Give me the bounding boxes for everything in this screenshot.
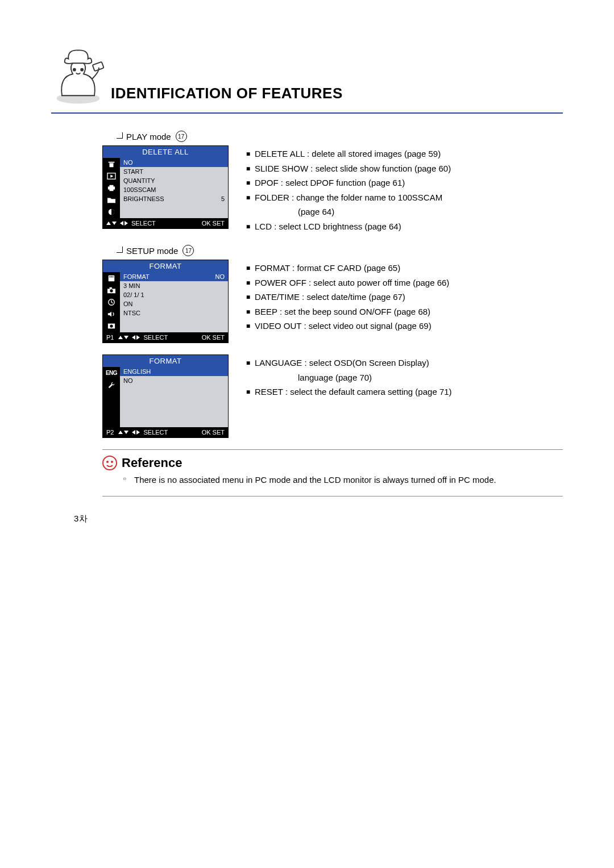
sound-icon xyxy=(105,309,118,319)
reference-heading: Reference xyxy=(102,456,563,470)
card-icon xyxy=(105,273,118,283)
desc-line: language (page 70) xyxy=(298,370,452,385)
play-mode-label: PLAY mode 17 xyxy=(117,131,563,142)
svg-point-2 xyxy=(80,68,84,72)
updown-arrows-icon xyxy=(118,431,128,434)
page-title: IDENTIFICATION OF FEATURES xyxy=(111,85,563,102)
page-header: IDENTIFICATION OF FEATURES xyxy=(51,45,563,108)
chef-illustration xyxy=(51,45,105,108)
screen-title: FORMAT xyxy=(103,355,228,367)
svg-rect-7 xyxy=(110,189,114,191)
bullet-icon xyxy=(117,247,123,253)
bullet-icon: ▪ xyxy=(246,161,251,176)
icon-column xyxy=(103,272,120,332)
svg-rect-15 xyxy=(110,287,112,289)
setup-mode-label: SETUP mode 17 xyxy=(117,245,563,256)
play-mode-text: PLAY mode xyxy=(126,132,171,141)
list-item: BRIGHTNESS5 xyxy=(120,194,228,203)
menu-list: ENGLISH NO xyxy=(120,367,228,427)
screen-footer: P2 SELECT OK SET xyxy=(103,427,228,437)
circle-bullet-icon: ○ xyxy=(123,475,131,483)
title-divider xyxy=(51,112,563,114)
bullet-icon: ▪ xyxy=(246,276,251,290)
bullet-icon: ▪ xyxy=(246,219,251,234)
bullet-icon xyxy=(117,132,123,139)
select-label: SELECT xyxy=(143,334,168,341)
svg-point-19 xyxy=(103,456,117,470)
svg-point-18 xyxy=(110,324,113,327)
print-icon xyxy=(105,183,118,193)
list-item: NO xyxy=(120,376,228,385)
desc-line: DATE/TIME : select date/time (page 67) xyxy=(255,290,405,304)
reference-box: Reference ○ There is no associated menu … xyxy=(102,449,563,496)
list-item: 02/ 1/ 1 xyxy=(120,290,228,299)
bullet-icon: ▪ xyxy=(246,304,251,319)
svg-point-21 xyxy=(111,461,113,463)
icon-column: ENG xyxy=(103,367,120,427)
list-item: 100SSCAM xyxy=(120,185,228,194)
clock-icon xyxy=(105,297,118,307)
svg-rect-12 xyxy=(113,276,114,277)
bullet-icon: ▪ xyxy=(246,290,251,304)
list-item: NO xyxy=(120,158,228,167)
play-descriptions: ▪DELETE ALL : delete all stored images (… xyxy=(246,145,451,233)
bullet-icon: ▪ xyxy=(246,385,251,399)
leftright-arrows-icon xyxy=(132,335,140,340)
eng-label-icon: ENG xyxy=(105,368,118,378)
bullet-icon: ▪ xyxy=(246,176,251,190)
ok-label: OK SET xyxy=(202,334,225,341)
select-label: SELECT xyxy=(143,429,168,436)
screen-title: DELETE ALL xyxy=(103,146,228,158)
screen-footer: SELECT OK SET xyxy=(103,218,228,228)
bullet-icon: ▪ xyxy=(246,356,251,370)
list-item: ON xyxy=(120,299,228,308)
bullet-icon: ▪ xyxy=(246,190,251,205)
icon-column xyxy=(103,158,120,218)
lcd-screen-setup-p1: FORMAT FORMATNO 3 MIN 02/ 1/ 1 ON NTSC xyxy=(102,260,229,343)
list-item: QUANTITY xyxy=(120,176,228,185)
ok-label: OK SET xyxy=(202,429,225,436)
svg-rect-6 xyxy=(110,185,114,187)
reference-body: ○ There is no associated menu in PC mode… xyxy=(123,474,549,486)
desc-line: BEEP : set the beep sound ON/OFF (page 6… xyxy=(255,304,430,319)
desc-line: DPOF : select DPOF function (page 61) xyxy=(255,176,405,190)
svg-point-14 xyxy=(110,289,113,292)
list-item: ENGLISH xyxy=(120,367,228,376)
desc-line: LCD : select LCD brightness (page 64) xyxy=(255,219,401,234)
wrench-icon xyxy=(105,380,118,390)
reference-text: There is no associated menu in PC mode a… xyxy=(134,474,496,486)
leftright-arrows-icon xyxy=(120,221,128,226)
screen-footer: P1 SELECT OK SET xyxy=(103,332,228,343)
desc-line: SLIDE SHOW : select slide show function … xyxy=(255,161,451,176)
bullet-icon: ▪ xyxy=(246,319,251,333)
menu-list: NO START QUANTITY 100SSCAM BRIGHTNESS5 xyxy=(120,158,228,218)
desc-line: LANGUAGE : select OSD(On Screen Display) xyxy=(255,356,429,370)
svg-rect-9 xyxy=(109,275,115,281)
list-item: NTSC xyxy=(120,308,228,318)
desc-line: FOLDER : change the folder name to 100SS… xyxy=(255,190,442,205)
menu-list: FORMATNO 3 MIN 02/ 1/ 1 ON NTSC xyxy=(120,272,228,332)
lcd-screen-setup-p2: FORMAT ENG ENGLISH NO P2 SELECT OK SET xyxy=(102,354,229,438)
setup-descriptions-p2: ▪LANGUAGE : select OSD(On Screen Display… xyxy=(246,354,452,399)
svg-point-1 xyxy=(73,68,76,72)
svg-rect-11 xyxy=(111,276,112,277)
lcd-screen-play: DELETE ALL NO START QUANTITY 100SSCAM BR… xyxy=(102,145,229,229)
setup-descriptions-p1: ▪FORMAT : format CF CARD (page 65) ▪POWE… xyxy=(246,260,449,333)
note-ref-icon: 17 xyxy=(182,245,194,256)
list-item: START xyxy=(120,167,228,176)
screen-title: FORMAT xyxy=(103,260,228,272)
desc-line: FORMAT : format CF CARD (page 65) xyxy=(255,261,400,276)
desc-line: VIDEO OUT : select video out signal (pag… xyxy=(255,319,432,333)
page-indicator: P1 xyxy=(106,334,114,341)
updown-arrows-icon xyxy=(118,336,128,339)
desc-line: (page 64) xyxy=(298,205,451,219)
list-item: FORMATNO xyxy=(120,272,228,281)
list-item: 3 MIN xyxy=(120,281,228,290)
folder-icon xyxy=(105,195,118,205)
desc-line: POWER OFF : select auto power off time (… xyxy=(255,276,449,290)
page-indicator: P2 xyxy=(106,429,114,436)
bullet-icon: ▪ xyxy=(246,147,251,161)
video-out-icon xyxy=(105,321,118,331)
trash-icon xyxy=(105,159,118,169)
leftright-arrows-icon xyxy=(132,430,140,435)
